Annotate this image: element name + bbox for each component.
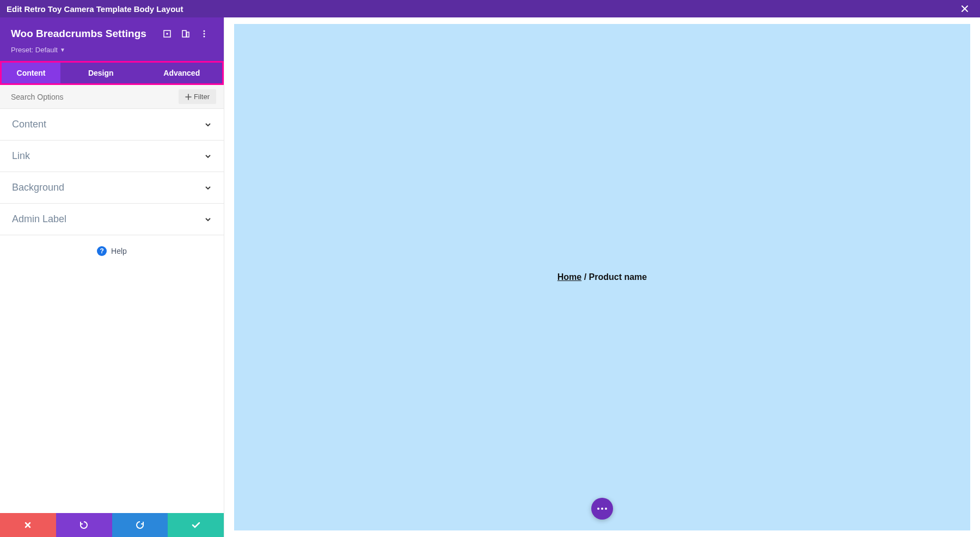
tab-label: Content: [17, 69, 46, 77]
close-icon: [24, 521, 32, 529]
tab-design[interactable]: Design: [60, 63, 142, 83]
filter-button[interactable]: Filter: [179, 89, 216, 104]
svg-rect-1: [167, 33, 168, 35]
builder-fab-button[interactable]: [591, 498, 613, 520]
svg-point-4: [204, 30, 205, 32]
cancel-button[interactable]: [0, 513, 56, 537]
more-button[interactable]: [195, 25, 213, 42]
undo-icon: [79, 520, 89, 530]
expand-icon: [163, 29, 171, 38]
section-label: Background: [12, 182, 204, 193]
save-button[interactable]: [168, 513, 224, 537]
section-label: Admin Label: [12, 213, 204, 225]
help-button[interactable]: ? Help: [0, 235, 224, 267]
search-input[interactable]: [11, 93, 179, 101]
section-background[interactable]: Background: [0, 172, 224, 204]
breadcrumb-home-link[interactable]: Home: [558, 272, 581, 282]
svg-rect-2: [182, 30, 186, 37]
filter-label: Filter: [194, 93, 210, 101]
redo-button[interactable]: [112, 513, 168, 537]
caret-down-icon: ▼: [60, 47, 65, 53]
plus-icon: [185, 94, 192, 100]
section-label: Content: [12, 119, 204, 130]
search-row: Filter: [0, 85, 224, 109]
sidebar-header: Woo Breadcrumbs Settings Preset: Default…: [0, 17, 224, 61]
tab-label: Design: [88, 69, 114, 77]
section-admin-label[interactable]: Admin Label: [0, 204, 224, 235]
chevron-down-icon: [204, 216, 212, 223]
tabs: Content Design Advanced: [0, 61, 224, 85]
svg-rect-3: [187, 32, 189, 37]
check-icon: [191, 520, 201, 530]
breadcrumb: Home / Product name: [558, 272, 647, 282]
chevron-down-icon: [204, 184, 212, 192]
svg-point-5: [204, 33, 205, 35]
close-icon: [960, 4, 969, 13]
tab-content[interactable]: Content: [2, 63, 60, 83]
section-link[interactable]: Link: [0, 141, 224, 172]
redo-icon: [135, 520, 145, 530]
breadcrumb-separator: /: [581, 272, 589, 282]
help-label: Help: [111, 247, 127, 255]
bottom-bar: [0, 513, 224, 537]
more-horizontal-icon: [597, 508, 607, 510]
preset-dropdown[interactable]: Preset: Default ▼: [11, 46, 65, 54]
close-button[interactable]: [956, 0, 973, 17]
titlebar-title: Edit Retro Toy Camera Template Body Layo…: [7, 4, 183, 14]
section-label: Link: [12, 150, 204, 162]
sections-list: Content Link Background Admin Label ?: [0, 109, 224, 513]
preview-canvas[interactable]: Home / Product name: [234, 24, 970, 530]
responsive-button[interactable]: [177, 25, 194, 42]
breadcrumb-current: Product name: [589, 272, 647, 282]
titlebar: Edit Retro Toy Camera Template Body Layo…: [0, 0, 980, 17]
chevron-down-icon: [204, 121, 212, 129]
section-content[interactable]: Content: [0, 109, 224, 141]
svg-point-6: [204, 36, 205, 38]
settings-title: Woo Breadcrumbs Settings: [11, 28, 157, 40]
undo-button[interactable]: [56, 513, 112, 537]
tab-advanced[interactable]: Advanced: [142, 63, 223, 83]
expand-button[interactable]: [158, 25, 176, 42]
more-vertical-icon: [200, 29, 209, 38]
preset-label: Preset: Default: [11, 46, 58, 54]
chevron-down-icon: [204, 152, 212, 160]
tab-label: Advanced: [163, 69, 200, 77]
responsive-icon: [181, 29, 190, 38]
help-icon: ?: [97, 246, 107, 256]
settings-sidebar: Woo Breadcrumbs Settings Preset: Default…: [0, 17, 224, 537]
preview-area: Home / Product name: [224, 17, 980, 537]
